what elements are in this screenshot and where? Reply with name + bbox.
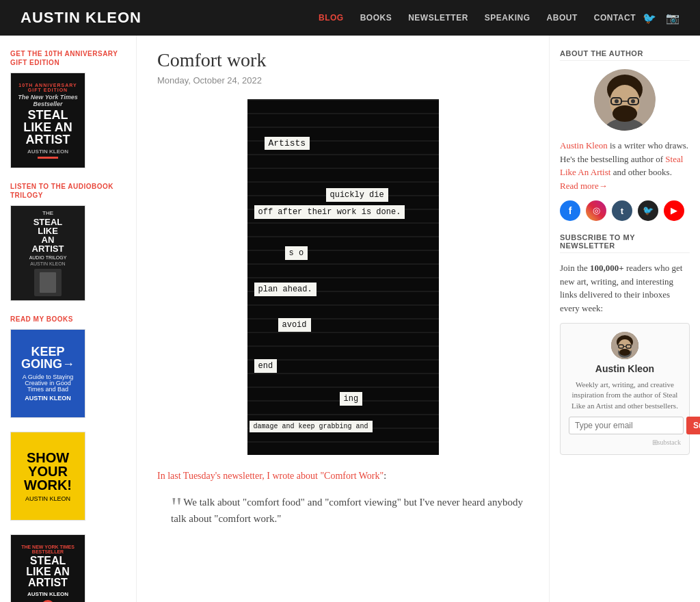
comfort-work-link[interactable]: "Comfort Work" [320, 471, 383, 481]
post-intro-orange: In last Tuesday's newsletter, I wrote ab… [157, 471, 320, 481]
promo-label[interactable]: Get the 10th Anniversary Gift Edition [10, 49, 126, 67]
social-nav-icons: 🐦 📷 [643, 12, 679, 25]
post-date: Monday, October 24, 2022 [157, 75, 528, 86]
email-input[interactable] [569, 417, 684, 434]
author-photo [594, 69, 656, 131]
substack-avatar [611, 332, 638, 359]
subscriber-count: 100,000+ [590, 263, 624, 273]
sidebar-right: About the Author [550, 36, 700, 602]
nav-newsletter[interactable]: Newsletter [408, 13, 468, 23]
subscribe-text-before: Join the [560, 263, 590, 273]
post-title: Comfort work [157, 49, 528, 71]
substack-author-name: Austin Kleon [595, 363, 654, 374]
book-steal-title: STEALLIKE ANARTIST [23, 109, 72, 146]
twitter-nav-icon[interactable]: 🐦 [643, 12, 656, 25]
nav-books[interactable]: Books [360, 13, 392, 23]
bio-readmore-link[interactable]: Read more→ [560, 181, 608, 191]
book-cover-steal-10th[interactable]: 10th Anniversary Gift Edition The New Yo… [10, 73, 85, 168]
instagram-icon[interactable]: ◎ [586, 200, 606, 221]
book-badge: 10th Anniversary Gift Edition [17, 83, 79, 92]
nav-about[interactable]: About [547, 13, 578, 23]
blockquote-text: We talk about "comfort food" and "comfor… [171, 497, 523, 524]
poem-phrase-end: end [254, 359, 278, 373]
svg-point-9 [631, 99, 635, 103]
author-bio: Austin Kleon is a writer who draws. He's… [560, 139, 690, 192]
poem-phrase-damage: damage and keep grabbing and [250, 421, 373, 432]
main-nav: Blog Books Newsletter Speaking About Con… [319, 13, 636, 23]
substack-description: Weekly art, writing, and creative inspir… [569, 380, 681, 411]
blackout-poem-image: Artists quickly die off after their work… [247, 99, 439, 455]
post-body-text: In last Tuesday's newsletter, I wrote ab… [157, 469, 528, 484]
post-blockquote: "We talk about "comfort food" and "comfo… [164, 494, 528, 527]
svg-point-14 [619, 349, 630, 356]
substack-widget: Austin Kleon Weekly art, writing, and cr… [560, 323, 690, 455]
bio-text-2: and other books. [610, 167, 672, 177]
svg-point-4 [612, 105, 637, 122]
author-name-link[interactable]: Austin Kleon [560, 140, 608, 150]
sidebar-left: Get the 10th Anniversary Gift Edition 10… [0, 36, 137, 602]
post-colon: : [383, 471, 386, 481]
poem-phrase-off-after: off after their work is done. [254, 205, 405, 219]
poem-phrase-so: s o [285, 246, 308, 260]
nav-contact[interactable]: Contact [594, 13, 636, 23]
audiobook-label[interactable]: Listen to the Audiobook Trilogy [10, 182, 126, 200]
book-cover-trilogy[interactable]: THE STEALLIKEANARTIST AUDIO TRILOGY AUST… [10, 205, 85, 301]
social-icons: f ◎ t 🐦 ▶ [560, 200, 690, 221]
books-label[interactable]: Read My Books [10, 315, 126, 324]
twitter-icon[interactable]: 🐦 [638, 200, 658, 221]
substack-avatar-svg [611, 332, 638, 359]
facebook-icon[interactable]: f [560, 200, 580, 221]
nav-speaking[interactable]: Speaking [485, 13, 530, 23]
email-subscribe-row: Subscribe [569, 417, 681, 434]
main-content: Comfort work Monday, October 24, 2022 Ar… [137, 36, 550, 602]
book-cover-keep-going[interactable]: KEEPGOING→ A Guide to Staying Creative i… [10, 329, 85, 418]
newsletter-title: Subscribe to my Newsletter [560, 233, 690, 253]
author-photo-svg [594, 69, 656, 131]
subscribe-button[interactable]: Subscribe [686, 417, 700, 434]
book-cover-show-work[interactable]: SHOWYOURWORK! AUSTIN KLEON [10, 432, 85, 521]
svg-point-8 [615, 99, 619, 103]
instagram-nav-icon[interactable]: 📷 [666, 12, 679, 25]
poem-phrase-ing: ing [340, 392, 363, 406]
substack-footer: ⊞substack [569, 439, 681, 446]
poem-word-artists: Artists [265, 137, 310, 150]
poem-phrase-avoid: avoid [278, 318, 311, 332]
poem-phrase-quickly-die: quickly die [326, 188, 388, 202]
substack-author: Austin Kleon [569, 332, 681, 374]
about-author-title: About the Author [560, 49, 690, 61]
book-cover-steal-original[interactable]: The New York Times Bestseller STEALLIKE … [10, 534, 85, 602]
tumblr-icon[interactable]: t [612, 200, 632, 221]
poem-phrase-plan-ahead: plan ahead. [254, 283, 317, 296]
youtube-icon[interactable]: ▶ [664, 200, 684, 221]
book-steal-author: AUSTIN KLEON [27, 148, 68, 155]
nav-blog[interactable]: Blog [319, 13, 344, 23]
page-layout: Get the 10th Anniversary Gift Edition 10… [0, 36, 700, 602]
book-red-bar [38, 157, 58, 159]
header: Austin Kleon Blog Books Newsletter Speak… [0, 0, 700, 36]
site-title[interactable]: Austin Kleon [21, 9, 319, 27]
subscribe-text: Join the 100,000+ readers who get new ar… [560, 261, 690, 315]
